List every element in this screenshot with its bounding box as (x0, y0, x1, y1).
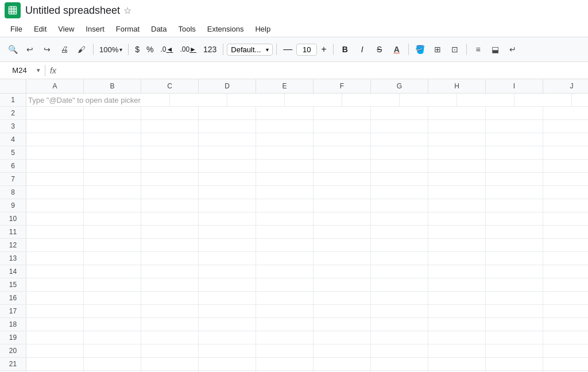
cell-E15[interactable] (256, 278, 314, 291)
cell-J3[interactable] (543, 120, 588, 133)
cell-H4[interactable] (428, 133, 486, 146)
cell-I5[interactable] (486, 146, 543, 159)
cell-D20[interactable] (199, 344, 256, 357)
cell-A11[interactable] (26, 226, 84, 238)
cell-E3[interactable] (256, 120, 314, 133)
cell-B3[interactable] (84, 120, 141, 133)
star-icon[interactable]: ☆ (123, 5, 131, 16)
cell-E13[interactable] (256, 252, 314, 265)
cell-H18[interactable] (428, 318, 486, 331)
cell-F21[interactable] (314, 358, 371, 370)
col-header-b[interactable]: B (84, 79, 141, 93)
cell-D15[interactable] (199, 278, 256, 291)
cell-G12[interactable] (371, 239, 428, 251)
cell-I4[interactable] (486, 133, 543, 146)
cell-B6[interactable] (84, 160, 141, 172)
cell-I2[interactable] (486, 107, 543, 119)
cell-B13[interactable] (84, 252, 141, 265)
cell-H1[interactable] (514, 94, 572, 106)
cell-E8[interactable] (256, 186, 314, 199)
strikethrough-button[interactable]: S (372, 41, 388, 57)
cell-H14[interactable] (428, 265, 486, 278)
cell-E18[interactable] (256, 318, 314, 331)
row-header-11[interactable]: 11 (0, 226, 26, 238)
cell-F1[interactable] (400, 94, 457, 106)
cell-I6[interactable] (486, 160, 543, 172)
cell-B8[interactable] (84, 186, 141, 199)
cell-E20[interactable] (256, 344, 314, 357)
cell-A15[interactable] (26, 278, 84, 291)
cell-E6[interactable] (256, 160, 314, 172)
cell-D13[interactable] (199, 252, 256, 265)
cell-F7[interactable] (314, 173, 371, 185)
cell-F5[interactable] (314, 146, 371, 159)
cell-I20[interactable] (486, 344, 543, 357)
cell-C7[interactable] (141, 173, 199, 185)
cell-ref-dropdown-icon[interactable]: ▾ (37, 67, 40, 74)
menu-insert[interactable]: Insert (80, 22, 110, 36)
cell-B11[interactable] (84, 226, 141, 238)
cell-C3[interactable] (141, 120, 199, 133)
cell-I16[interactable] (486, 292, 543, 304)
cell-B2[interactable] (84, 107, 141, 119)
cell-G7[interactable] (371, 173, 428, 185)
cell-C8[interactable] (141, 186, 199, 199)
cell-A5[interactable] (26, 146, 84, 159)
col-header-c[interactable]: C (141, 79, 199, 93)
cell-B4[interactable] (84, 133, 141, 146)
cell-H21[interactable] (428, 358, 486, 370)
row-header-19[interactable]: 19 (0, 331, 26, 344)
cell-G15[interactable] (371, 278, 428, 291)
cell-F13[interactable] (314, 252, 371, 265)
cell-H10[interactable] (428, 212, 486, 225)
cell-E10[interactable] (256, 212, 314, 225)
cell-E9[interactable] (256, 199, 314, 212)
cell-A20[interactable] (26, 344, 84, 357)
cell-E7[interactable] (256, 173, 314, 185)
cell-G8[interactable] (371, 186, 428, 199)
cell-J6[interactable] (543, 160, 588, 172)
cell-A8[interactable] (26, 186, 84, 199)
cell-F8[interactable] (314, 186, 371, 199)
cell-A1[interactable]: Type "@Date" to open date picker (26, 94, 170, 106)
borders-button[interactable]: ⊞ (430, 41, 446, 57)
cell-D1[interactable] (285, 94, 342, 106)
cell-D6[interactable] (199, 160, 256, 172)
cell-J9[interactable] (543, 199, 588, 212)
cell-A14[interactable] (26, 265, 84, 278)
cell-C17[interactable] (141, 305, 199, 317)
row-header-21[interactable]: 21 (0, 358, 26, 370)
bold-button[interactable]: B (337, 41, 353, 57)
cell-G13[interactable] (371, 252, 428, 265)
cell-E12[interactable] (256, 239, 314, 251)
cell-E2[interactable] (256, 107, 314, 119)
cell-C14[interactable] (141, 265, 199, 278)
cell-C13[interactable] (141, 252, 199, 265)
cell-I13[interactable] (486, 252, 543, 265)
cell-B9[interactable] (84, 199, 141, 212)
cell-J8[interactable] (543, 186, 588, 199)
cell-C20[interactable] (141, 344, 199, 357)
row-header-5[interactable]: 5 (0, 146, 26, 159)
cell-C11[interactable] (141, 226, 199, 238)
cell-E21[interactable] (256, 358, 314, 370)
redo-button[interactable]: ↪ (39, 41, 55, 57)
cell-A7[interactable] (26, 173, 84, 185)
cell-H6[interactable] (428, 160, 486, 172)
cell-F4[interactable] (314, 133, 371, 146)
font-size-decrease-button[interactable]: — (280, 41, 295, 57)
cell-C9[interactable] (141, 199, 199, 212)
cell-E14[interactable] (256, 265, 314, 278)
number-format-button[interactable]: 123 (200, 41, 219, 57)
cell-E1[interactable] (342, 94, 400, 106)
cell-F6[interactable] (314, 160, 371, 172)
cell-D12[interactable] (199, 239, 256, 251)
decimal-decrease-button[interactable]: .0◄ (158, 41, 176, 57)
cell-H16[interactable] (428, 292, 486, 304)
cell-F15[interactable] (314, 278, 371, 291)
col-header-j[interactable]: J (543, 79, 588, 93)
vertical-align-button[interactable]: ⬓ (488, 41, 504, 57)
italic-button[interactable]: I (354, 41, 370, 57)
cell-J21[interactable] (543, 358, 588, 370)
text-color-button[interactable]: A (389, 41, 405, 57)
